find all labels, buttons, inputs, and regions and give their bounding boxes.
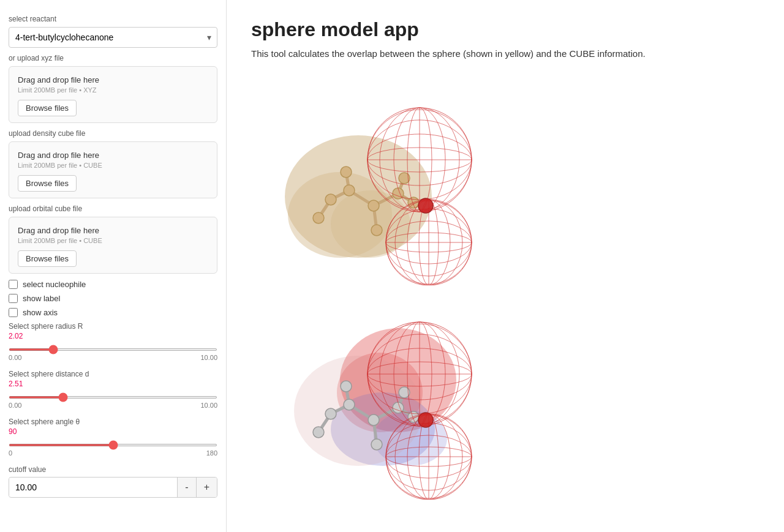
sidebar: select reactant 4-tert-butylcyclohecanon… xyxy=(0,0,227,532)
mol-atom-c6 xyxy=(341,167,352,178)
show-label-label[interactable]: show label xyxy=(23,294,60,303)
nucleophile-checkbox[interactable] xyxy=(9,280,18,289)
upload-density-label: upload density cube file xyxy=(9,129,217,138)
angle-max: 180 xyxy=(206,449,217,457)
radius-slider[interactable] xyxy=(9,348,217,351)
mol-atom-c5 xyxy=(325,194,336,205)
cutoff-minus-button[interactable]: - xyxy=(177,478,195,497)
mol-atom-c1 xyxy=(368,200,379,211)
upload-orbital-label: upload orbital cube file xyxy=(9,204,217,213)
reactant-select[interactable]: 4-tert-butylcyclohecanone xyxy=(9,27,217,48)
mol-atom-b-c7 xyxy=(313,427,324,438)
molecule-view-bottom xyxy=(251,291,484,500)
upload-xyz-limit-text: Limit 200MB per file • XYZ xyxy=(18,86,208,94)
reactant-select-wrapper[interactable]: 4-tert-butylcyclohecanone xyxy=(9,27,217,48)
distance-slider[interactable] xyxy=(9,396,217,399)
upload-xyz-drag-text: Drag and drop file here xyxy=(18,75,208,84)
upload-orbital-drag-text: Drag and drop file here xyxy=(18,226,208,235)
mol-atom-c4 xyxy=(371,225,382,236)
mol-atom-c7 xyxy=(313,212,324,223)
show-axis-checkbox-row: show axis xyxy=(9,308,217,317)
nucleophile-label[interactable]: select nucleophile xyxy=(23,280,86,289)
show-label-checkbox[interactable] xyxy=(9,294,18,303)
show-label-checkbox-row: show label xyxy=(9,294,217,303)
upload-density-limit-text: Limit 200MB per file • CUBE xyxy=(18,162,208,169)
show-axis-label[interactable]: show axis xyxy=(23,308,58,317)
angle-minmax: 0 180 xyxy=(9,449,217,457)
cutoff-input[interactable] xyxy=(9,478,177,496)
distance-value: 2.51 xyxy=(9,380,217,388)
angle-min: 0 xyxy=(9,449,12,457)
cutoff-plus-button[interactable]: + xyxy=(196,478,217,497)
mol-atom-b-c4 xyxy=(371,439,382,450)
mol-atom-c2 xyxy=(344,185,355,196)
upload-density-browse-button[interactable]: Browse files xyxy=(18,175,77,192)
distance-label: Select sphere distance d xyxy=(9,370,217,378)
upload-orbital-dropzone[interactable]: Drag and drop file here Limit 200MB per … xyxy=(9,217,217,274)
distance-max: 10.00 xyxy=(200,402,217,409)
distance-minmax: 0.00 10.00 xyxy=(9,402,217,409)
upload-density-dropzone[interactable]: Drag and drop file here Limit 200MB per … xyxy=(9,141,217,198)
mol-atom-b-c2 xyxy=(344,399,355,410)
cutoff-section: cutoff value - + xyxy=(9,465,217,498)
upload-xyz-label: or upload xyz file xyxy=(9,54,217,62)
main-content: sphere model app This tool calculates th… xyxy=(227,0,784,532)
angle-value: 90 xyxy=(9,427,217,436)
distance-slider-section: Select sphere distance d 2.51 0.00 10.00 xyxy=(9,370,217,409)
wire-sphere-top-small xyxy=(386,200,472,285)
cutoff-label: cutoff value xyxy=(9,465,217,474)
upload-xyz-browse-button[interactable]: Browse files xyxy=(18,100,77,116)
distance-min: 0.00 xyxy=(9,402,21,409)
cutoff-control: - + xyxy=(9,477,217,498)
radius-min: 0.00 xyxy=(9,354,21,361)
page-subtitle: This tool calculates the overlap between… xyxy=(251,48,760,59)
radius-minmax: 0.00 10.00 xyxy=(9,354,217,361)
angle-label: Select sphere angle θ xyxy=(9,418,217,426)
molecule-view-top xyxy=(251,77,484,285)
radius-max: 10.00 xyxy=(200,354,217,361)
radius-slider-section: Select sphere radius R 2.02 0.00 10.00 xyxy=(9,322,217,361)
upload-density-drag-text: Drag and drop file here xyxy=(18,151,208,160)
radius-value: 2.02 xyxy=(9,332,217,340)
mol-atom-b-c5 xyxy=(325,408,336,419)
upload-orbital-limit-text: Limit 200MB per file • CUBE xyxy=(18,237,208,244)
page-title: sphere model app xyxy=(251,18,760,41)
molecule-surface-top-3 xyxy=(331,190,410,258)
molecule-svg-bottom xyxy=(251,291,484,500)
nucleophile-checkbox-row: select nucleophile xyxy=(9,280,217,289)
molecule-svg-top xyxy=(251,77,484,285)
radius-label: Select sphere radius R xyxy=(9,322,217,331)
show-axis-checkbox[interactable] xyxy=(9,308,18,317)
molecule-views xyxy=(251,77,760,500)
angle-slider-section: Select sphere angle θ 90 0 180 xyxy=(9,418,217,457)
mol-atom-b-c1 xyxy=(368,414,379,425)
mol-atom-b-c6 xyxy=(341,381,352,392)
upload-xyz-dropzone[interactable]: Drag and drop file here Limit 200MB per … xyxy=(9,66,217,123)
upload-orbital-browse-button[interactable]: Browse files xyxy=(18,250,77,267)
wire-sphere-bottom-small xyxy=(386,414,472,500)
angle-slider[interactable] xyxy=(9,444,217,446)
select-reactant-label: select reactant xyxy=(9,15,217,23)
